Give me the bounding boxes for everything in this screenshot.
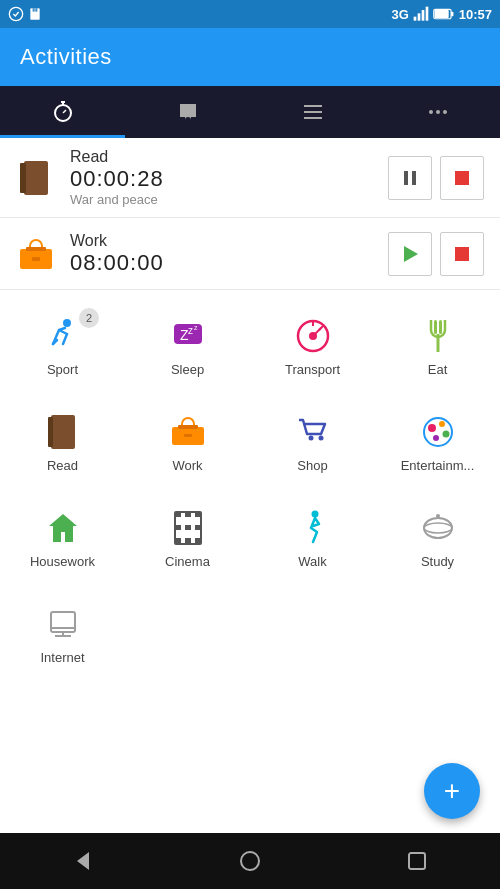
svg-marker-76: [77, 852, 89, 870]
activities-grid: 2 Sport Z z z: [0, 290, 500, 690]
tab-timer[interactable]: [0, 86, 125, 138]
svg-rect-59: [185, 512, 191, 517]
status-bar: 3G 10:57: [0, 0, 500, 28]
sd-icon: [28, 6, 42, 22]
read-stop-button[interactable]: [440, 156, 484, 200]
walk-label: Walk: [298, 554, 326, 569]
app-header: Activities: [0, 28, 500, 86]
grid-item-eat[interactable]: Eat: [375, 298, 500, 394]
list-icon: [301, 100, 325, 124]
svg-point-69: [424, 523, 452, 533]
read-activity-info: Read 00:00:28 War and peace: [70, 148, 388, 207]
svg-rect-29: [32, 257, 40, 261]
sleep-label: Sleep: [171, 362, 204, 377]
svg-rect-7: [421, 10, 424, 21]
internet-label: Internet: [40, 650, 84, 665]
svg-rect-24: [404, 171, 408, 185]
svg-point-67: [311, 510, 318, 517]
svg-rect-63: [195, 525, 201, 530]
svg-rect-43: [439, 320, 442, 334]
tab-book[interactable]: [125, 86, 250, 138]
grid-item-internet[interactable]: Internet: [0, 586, 125, 682]
svg-line-15: [63, 110, 66, 113]
svg-rect-46: [48, 417, 53, 447]
svg-rect-66: [195, 538, 201, 543]
work-stop-button[interactable]: [440, 232, 484, 276]
read-desc: War and peace: [70, 192, 388, 207]
svg-point-77: [241, 852, 259, 870]
time-label: 10:57: [459, 7, 492, 22]
entertainment-label: Entertainm...: [401, 458, 475, 473]
svg-rect-58: [175, 512, 181, 517]
recents-button[interactable]: [397, 841, 437, 881]
svg-point-0: [9, 7, 22, 20]
work-name: Work: [70, 232, 388, 250]
read-pause-button[interactable]: [388, 156, 432, 200]
svg-rect-62: [185, 525, 191, 530]
sport-icon: [43, 316, 83, 356]
svg-line-41: [313, 328, 321, 336]
internet-icon: [43, 604, 83, 644]
work-label: Work: [172, 458, 202, 473]
work-play-button[interactable]: [388, 232, 432, 276]
walk-icon: [293, 508, 333, 548]
add-activity-button[interactable]: +: [424, 763, 480, 819]
svg-point-56: [433, 435, 439, 441]
housework-label: Housework: [30, 554, 95, 569]
grid-item-shop[interactable]: Shop: [250, 394, 375, 490]
entertainment-icon: [418, 412, 458, 452]
grid-row-1: 2 Sport Z z z: [0, 298, 500, 394]
read-activity-row: Read 00:00:28 War and peace: [0, 138, 500, 218]
transport-icon: [293, 316, 333, 356]
svg-rect-5: [413, 17, 416, 21]
svg-point-20: [436, 110, 440, 114]
svg-rect-16: [304, 105, 322, 107]
tab-bar: [0, 86, 500, 138]
tab-list[interactable]: [250, 86, 375, 138]
bottom-nav: [0, 833, 500, 889]
grid-item-cinema[interactable]: Cinema: [125, 490, 250, 586]
status-right: 3G 10:57: [391, 6, 492, 22]
grid-item-walk[interactable]: Walk: [250, 490, 375, 586]
tab-more[interactable]: [375, 86, 500, 138]
grid-item-entertainment[interactable]: Entertainm...: [375, 394, 500, 490]
svg-point-54: [439, 421, 445, 427]
read-time: 00:00:28: [70, 166, 388, 192]
grid-item-sleep[interactable]: Z z z Sleep: [125, 298, 250, 394]
read-name: Read: [70, 148, 388, 166]
work-controls: [388, 232, 484, 276]
signal-icon: [413, 6, 429, 22]
svg-rect-48: [178, 425, 198, 429]
check-icon: [8, 6, 24, 22]
book-icon: [176, 100, 200, 124]
sport-label: Sport: [47, 362, 78, 377]
svg-point-32: [63, 319, 71, 327]
grid-item-read[interactable]: Read: [0, 394, 125, 490]
grid-item-sport[interactable]: 2 Sport: [0, 298, 125, 394]
add-icon: +: [444, 777, 460, 805]
back-button[interactable]: [63, 841, 103, 881]
grid-row-3: Housework: [0, 490, 500, 586]
grid-item-housework[interactable]: Housework: [0, 490, 125, 586]
svg-rect-11: [434, 10, 448, 18]
study-label: Study: [421, 554, 454, 569]
svg-point-19: [429, 110, 433, 114]
svg-rect-31: [455, 247, 469, 261]
home-icon: [238, 849, 262, 873]
grid-row-2: Read Work: [0, 394, 500, 490]
square-icon: [407, 851, 427, 871]
read-activity-icon: [16, 158, 56, 198]
home-button[interactable]: [230, 841, 270, 881]
svg-rect-42: [434, 320, 437, 334]
eat-icon: [418, 316, 458, 356]
svg-rect-2: [33, 8, 34, 11]
svg-point-51: [318, 435, 323, 440]
study-icon: [418, 508, 458, 548]
svg-rect-22: [24, 161, 48, 195]
svg-rect-61: [175, 525, 181, 530]
grid-item-work[interactable]: Work: [125, 394, 250, 490]
grid-item-study[interactable]: Study: [375, 490, 500, 586]
svg-point-50: [308, 435, 313, 440]
read-label: Read: [47, 458, 78, 473]
grid-item-transport[interactable]: Transport: [250, 298, 375, 394]
